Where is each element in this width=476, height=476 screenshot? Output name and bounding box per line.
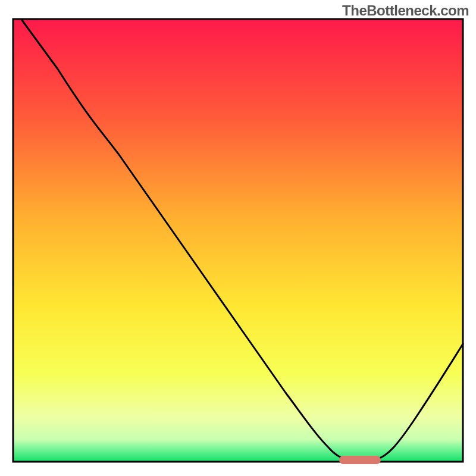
plot-background	[13, 19, 463, 462]
optimal-marker	[339, 456, 381, 464]
watermark-text: TheBottleneck.com	[342, 2, 469, 19]
bottleneck-chart	[0, 0, 476, 476]
chart-container: TheBottleneck.com	[0, 0, 476, 476]
